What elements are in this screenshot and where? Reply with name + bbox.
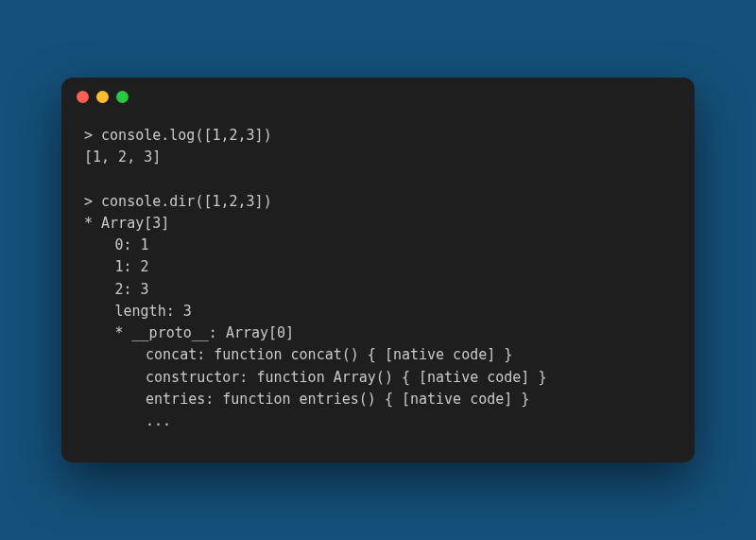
maximize-icon[interactable] — [116, 91, 129, 103]
console-command: console.dir([1,2,3]) — [101, 193, 272, 210]
window-titlebar — [61, 78, 695, 117]
prompt-symbol: > — [84, 193, 93, 210]
console-content[interactable]: > console.log([1,2,3]) [1, 2, 3] > conso… — [61, 117, 695, 463]
console-input-line: > console.log([1,2,3]) — [84, 125, 672, 147]
console-command: console.log([1,2,3]) — [101, 127, 272, 144]
terminal-window: > console.log([1,2,3]) [1, 2, 3] > conso… — [61, 78, 695, 463]
console-output: [1, 2, 3] — [84, 147, 672, 168]
console-output-item: 2: 3 — [84, 279, 672, 301]
console-output-ellipsis: ... — [84, 410, 672, 432]
console-output-proto-item: constructor: function Array() { [native … — [84, 367, 672, 389]
console-output-proto-item: entries: function entries() { [native co… — [84, 389, 672, 410]
console-output-array-header: * Array[3] — [84, 213, 672, 235]
console-input-line: > console.dir([1,2,3]) — [84, 191, 672, 213]
console-output-proto-header: * __proto__: Array[0] — [84, 322, 672, 344]
console-output-item: 0: 1 — [84, 235, 672, 256]
prompt-symbol: > — [84, 127, 93, 144]
minimize-icon[interactable] — [96, 91, 109, 103]
blank-line — [84, 168, 672, 190]
console-output-item: 1: 2 — [84, 256, 672, 278]
console-output-proto-item: concat: function concat() { [native code… — [84, 344, 672, 366]
console-output-item: length: 3 — [84, 301, 672, 322]
close-icon[interactable] — [77, 91, 89, 103]
